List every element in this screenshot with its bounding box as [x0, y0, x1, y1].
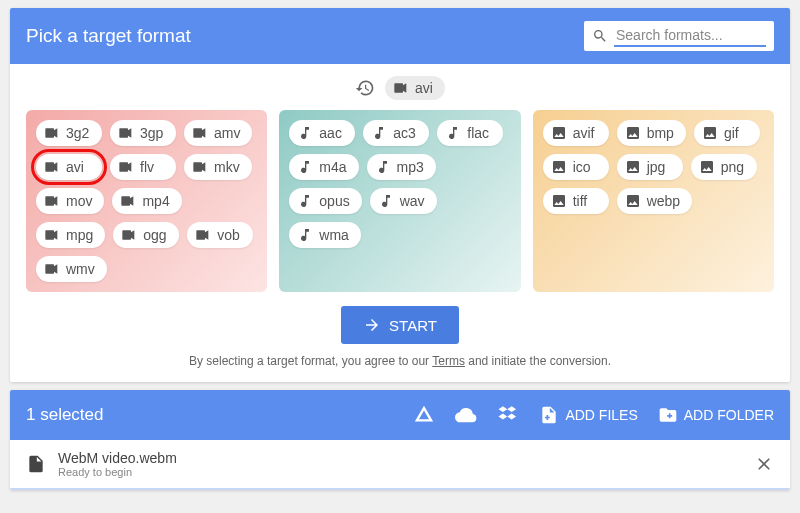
disclaimer-pre: By selecting a target format, you agree …	[189, 354, 432, 368]
add-files-label: ADD FILES	[565, 407, 637, 423]
format-chip-aac[interactable]: aac	[289, 120, 355, 146]
format-groups: 3g23gpamvaviflvmkvmovmp4mpgoggvobwmv aac…	[26, 110, 774, 292]
format-chip-label: avif	[573, 125, 595, 141]
format-chip-label: m4a	[319, 159, 346, 175]
audio-formats-group: aacac3flacm4amp3opuswavwma	[279, 110, 520, 292]
format-chip-label: vob	[217, 227, 240, 243]
format-chip-label: aac	[319, 125, 342, 141]
format-chip-mkv[interactable]: mkv	[184, 154, 252, 180]
format-chip-ogg[interactable]: ogg	[113, 222, 179, 248]
audio-icon	[297, 227, 313, 243]
format-chip-label: ogg	[143, 227, 166, 243]
audio-icon	[297, 159, 313, 175]
start-button-label: START	[389, 317, 437, 334]
format-chip-label: wma	[319, 227, 349, 243]
terms-link[interactable]: Terms	[432, 354, 465, 368]
format-chip-avif[interactable]: avif	[543, 120, 609, 146]
video-icon	[120, 193, 136, 209]
video-icon	[195, 227, 211, 243]
video-formats-group: 3g23gpamvaviflvmkvmovmp4mpgoggvobwmv	[26, 110, 267, 292]
disclaimer-post: and initiate the conversion.	[465, 354, 611, 368]
image-icon	[551, 125, 567, 141]
file-info: WebM video.webm Ready to begin	[58, 450, 177, 478]
format-chip-tiff[interactable]: tiff	[543, 188, 609, 214]
format-chip-label: jpg	[647, 159, 666, 175]
format-chip-label: webp	[647, 193, 680, 209]
format-chip-label: tiff	[573, 193, 588, 209]
format-chip-avi[interactable]: avi	[36, 154, 102, 180]
start-row: START	[26, 306, 774, 344]
history-icon	[355, 78, 375, 98]
file-name: WebM video.webm	[58, 450, 177, 466]
image-icon	[551, 193, 567, 209]
cloud-icon[interactable]	[455, 404, 477, 426]
video-icon	[44, 125, 60, 141]
format-chip-flac[interactable]: flac	[437, 120, 503, 146]
file-actions: ADD FILES ADD FOLDER	[413, 404, 774, 426]
image-icon	[551, 159, 567, 175]
file-icon	[26, 454, 46, 474]
video-icon	[192, 125, 208, 141]
recent-format-label: avi	[415, 80, 433, 96]
video-icon	[44, 227, 60, 243]
format-chip-vob[interactable]: vob	[187, 222, 253, 248]
video-icon	[44, 261, 60, 277]
format-chip-wav[interactable]: wav	[370, 188, 437, 214]
format-chip-webp[interactable]: webp	[617, 188, 692, 214]
add-files-button[interactable]: ADD FILES	[539, 405, 637, 425]
recent-format-chip[interactable]: avi	[385, 76, 445, 100]
format-chip-3gp[interactable]: 3gp	[110, 120, 176, 146]
format-chip-label: ico	[573, 159, 591, 175]
format-chip-label: flv	[140, 159, 154, 175]
close-icon[interactable]	[754, 454, 774, 474]
dropbox-icon[interactable]	[497, 404, 519, 426]
image-icon	[625, 159, 641, 175]
image-icon	[625, 193, 641, 209]
audio-icon	[371, 125, 387, 141]
format-chip-m4a[interactable]: m4a	[289, 154, 358, 180]
format-picker-panel: Pick a target format avi 3g23gpamvaviflv…	[10, 8, 790, 382]
search-container[interactable]	[584, 21, 774, 51]
format-chip-mp4[interactable]: mp4	[112, 188, 181, 214]
format-chip-png[interactable]: png	[691, 154, 757, 180]
format-chip-mpg[interactable]: mpg	[36, 222, 105, 248]
format-chip-amv[interactable]: amv	[184, 120, 252, 146]
format-chip-label: wav	[400, 193, 425, 209]
recent-row: avi	[26, 76, 774, 100]
file-row: WebM video.webm Ready to begin	[10, 440, 790, 490]
format-chip-label: flac	[467, 125, 489, 141]
gdrive-icon[interactable]	[413, 404, 435, 426]
video-icon	[118, 125, 134, 141]
format-chip-3g2[interactable]: 3g2	[36, 120, 102, 146]
format-chip-wma[interactable]: wma	[289, 222, 361, 248]
format-chip-label: gif	[724, 125, 739, 141]
video-icon	[44, 159, 60, 175]
format-chip-ico[interactable]: ico	[543, 154, 609, 180]
video-icon	[121, 227, 137, 243]
search-input[interactable]	[614, 25, 766, 47]
start-button[interactable]: START	[341, 306, 459, 344]
format-chip-ac3[interactable]: ac3	[363, 120, 429, 146]
format-chip-opus[interactable]: opus	[289, 188, 361, 214]
format-chip-label: png	[721, 159, 744, 175]
panel-body: avi 3g23gpamvaviflvmkvmovmp4mpgoggvobwmv…	[10, 64, 790, 382]
selected-count: 1 selected	[26, 405, 104, 425]
format-chip-label: mp4	[142, 193, 169, 209]
search-icon	[592, 28, 608, 44]
format-chip-mov[interactable]: mov	[36, 188, 104, 214]
add-folder-button[interactable]: ADD FOLDER	[658, 405, 774, 425]
format-chip-jpg[interactable]: jpg	[617, 154, 683, 180]
format-chip-wmv[interactable]: wmv	[36, 256, 107, 282]
image-formats-group: avifbmpgificojpgpngtiffwebp	[533, 110, 774, 292]
format-chip-gif[interactable]: gif	[694, 120, 760, 146]
format-chip-label: ac3	[393, 125, 416, 141]
add-folder-label: ADD FOLDER	[684, 407, 774, 423]
format-chip-flv[interactable]: flv	[110, 154, 176, 180]
folder-add-icon	[658, 405, 678, 425]
audio-icon	[375, 159, 391, 175]
file-queue-header: 1 selected ADD FILES ADD FOLDER	[10, 390, 790, 440]
format-chip-label: avi	[66, 159, 84, 175]
format-chip-mp3[interactable]: mp3	[367, 154, 436, 180]
format-chip-bmp[interactable]: bmp	[617, 120, 686, 146]
file-add-icon	[539, 405, 559, 425]
